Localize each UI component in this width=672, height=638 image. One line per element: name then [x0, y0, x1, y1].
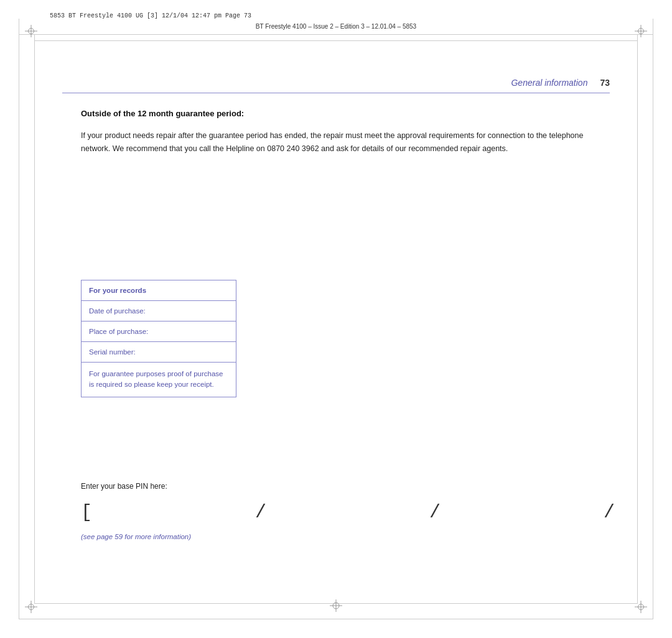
- bottom-border-outer: [19, 619, 653, 619]
- header-area: 5853 BT Freestyle 4100 UG [3] 12/1/04 12…: [0, 0, 672, 37]
- top-border-inner: [34, 40, 638, 41]
- pin-label: Enter your base PIN here:: [81, 482, 672, 491]
- pin-section: Enter your base PIN here: [ / / / ] (see…: [81, 482, 672, 540]
- guarantee-body: If your product needs repair after the g…: [81, 129, 591, 155]
- section-title: General information: [511, 78, 587, 88]
- left-border-inner: [34, 34, 35, 604]
- records-box: For your records Date of purchase: Place…: [81, 280, 236, 397]
- header-subtitle: BT Freestyle 4100 – Issue 2 – Edition 3 …: [0, 23, 672, 30]
- records-date-of-purchase: Date of purchase:: [82, 301, 236, 321]
- crosshair-bottom-right: [635, 601, 647, 613]
- header-top-line: 5853 BT Freestyle 4100 UG [3] 12/1/04 12…: [19, 12, 653, 19]
- guarantee-heading: Outside of the 12 month guarantee period…: [81, 109, 591, 118]
- records-place-of-purchase: Place of purchase:: [82, 321, 236, 342]
- crosshair-bottom-center: [330, 599, 342, 614]
- records-serial-number: Serial number:: [82, 342, 236, 363]
- left-border-outer: [19, 19, 19, 619]
- records-note: For guarantee purposes proof of purchase…: [82, 363, 236, 397]
- records-box-title: For your records: [82, 280, 236, 301]
- section-page-number: 73: [600, 78, 610, 88]
- crosshair-bottom-left: [25, 601, 37, 613]
- main-content: Outside of the 12 month guarantee period…: [81, 109, 591, 155]
- section-header: General information 73: [62, 78, 610, 93]
- pin-display: [ / / / ]: [81, 502, 672, 523]
- pin-note: (see page 59 for more information): [81, 533, 672, 540]
- page-container: 5853 BT Freestyle 4100 UG [3] 12/1/04 12…: [0, 0, 672, 638]
